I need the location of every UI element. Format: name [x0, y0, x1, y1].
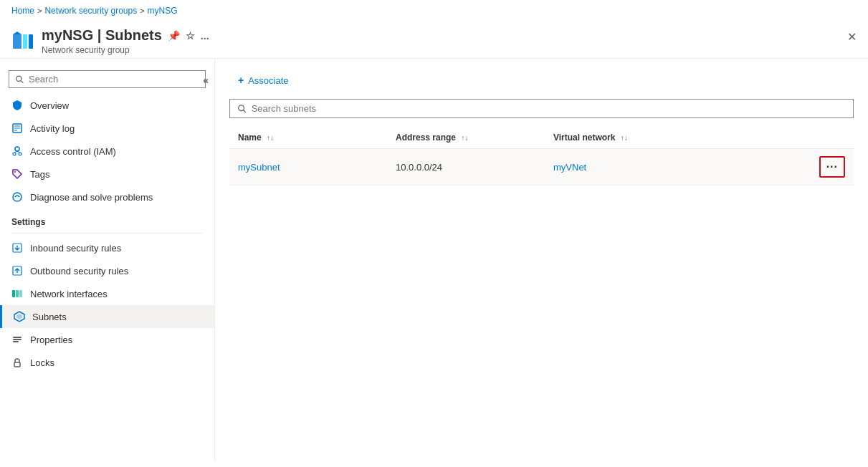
nav-inbound-label: Inbound security rules: [30, 243, 121, 254]
breadcrumb-sep1: >: [37, 6, 42, 15]
col-header-name: Name ↑↓: [229, 127, 387, 149]
svg-point-12: [19, 153, 22, 155]
subnet-actions-cell: ···: [811, 149, 854, 186]
subnets-icon: [14, 311, 25, 322]
svg-line-31: [244, 110, 246, 112]
inbound-icon: [11, 242, 23, 254]
svg-point-11: [13, 153, 16, 155]
subnets-table: Name ↑↓ Address range ↑↓ Virtual network…: [229, 127, 854, 186]
nav-properties-label: Properties: [30, 334, 72, 345]
svg-rect-2: [29, 34, 33, 49]
svg-rect-27: [13, 339, 22, 340]
diagnose-icon: [11, 191, 23, 203]
search-subnets-box[interactable]: [229, 99, 854, 118]
settings-divider: [11, 233, 203, 234]
star-icon[interactable]: ☆: [186, 30, 195, 42]
log-icon: [11, 122, 23, 134]
tag-icon: [11, 168, 23, 180]
svg-point-10: [15, 147, 19, 151]
nav-item-activity-log[interactable]: Activity log: [0, 117, 214, 140]
resource-icon: [11, 30, 34, 53]
svg-rect-0: [13, 34, 22, 49]
subnet-name-link[interactable]: mySubnet: [238, 162, 280, 173]
header-title-block: myNSG | Subnets 📌 ☆ ... Network security…: [42, 27, 857, 55]
lock-icon: [11, 357, 23, 368]
main-layout: « Overview Activity log Access control (…: [0, 59, 868, 461]
nav-interfaces-label: Network interfaces: [30, 289, 108, 299]
nav-iam-label: Access control (IAM): [30, 146, 116, 157]
search-subnets-input[interactable]: [252, 103, 846, 114]
nav-subnets-label: Subnets: [32, 312, 67, 322]
plus-icon: +: [238, 74, 244, 86]
nav-locks-label: Locks: [30, 357, 54, 368]
nav-item-locks[interactable]: Locks: [0, 351, 214, 374]
nav-item-diagnose[interactable]: Diagnose and solve problems: [0, 186, 214, 208]
nav-item-interfaces[interactable]: Network interfaces: [0, 282, 214, 305]
breadcrumb-nsg[interactable]: Network security groups: [44, 6, 137, 16]
associate-label: Associate: [248, 75, 288, 86]
nav-item-outbound[interactable]: Outbound security rules: [0, 259, 214, 282]
sidebar: « Overview Activity log Access control (…: [0, 59, 215, 461]
settings-heading: Settings: [0, 208, 214, 230]
search-subnets-icon: [237, 104, 247, 114]
pin-icon[interactable]: 📌: [168, 30, 180, 42]
nav-item-overview[interactable]: Overview: [0, 94, 214, 117]
svg-rect-22: [16, 290, 19, 297]
col-header-address: Address range ↑↓: [387, 127, 545, 149]
search-box[interactable]: [9, 70, 206, 88]
row-more-button[interactable]: ···: [819, 156, 845, 178]
collapse-button[interactable]: «: [203, 74, 209, 86]
nav-item-inbound[interactable]: Inbound security rules: [0, 236, 214, 259]
svg-rect-28: [13, 341, 19, 342]
nav-item-access-control[interactable]: Access control (IAM): [0, 140, 214, 163]
subnet-vnet-cell: myVNet: [545, 149, 811, 186]
svg-line-14: [17, 151, 20, 153]
search-input[interactable]: [29, 74, 199, 85]
page-title: myNSG | Subnets 📌 ☆ ...: [42, 27, 857, 44]
table-header-row: Name ↑↓ Address range ↑↓ Virtual network…: [229, 127, 854, 149]
sort-address-icon[interactable]: ↑↓: [461, 134, 468, 142]
svg-line-13: [14, 151, 17, 153]
nav-diagnose-label: Diagnose and solve problems: [30, 192, 153, 203]
table-row: mySubnet 10.0.0.0/24 myVNet ···: [229, 149, 854, 186]
shield-icon: [11, 100, 23, 111]
svg-point-30: [239, 105, 244, 110]
nav-tags-label: Tags: [30, 169, 49, 180]
interfaces-icon: [11, 288, 23, 299]
nav-item-subnets[interactable]: Subnets: [0, 305, 214, 328]
nav-item-properties[interactable]: Properties: [0, 328, 214, 351]
svg-point-16: [13, 193, 22, 201]
breadcrumb-sep2: >: [140, 6, 144, 15]
title-text: myNSG | Subnets: [42, 27, 162, 44]
svg-rect-29: [14, 362, 20, 367]
iam-icon: [11, 145, 23, 157]
nav-outbound-label: Outbound security rules: [30, 266, 128, 276]
svg-marker-25: [16, 314, 22, 319]
svg-rect-1: [23, 34, 27, 49]
subnet-vnet-link[interactable]: myVNet: [553, 162, 586, 173]
content-area: + Associate Name ↑↓ Address range: [215, 59, 868, 461]
outbound-icon: [11, 265, 23, 276]
svg-rect-26: [13, 337, 22, 338]
sort-name-icon[interactable]: ↑↓: [267, 134, 274, 142]
resource-type: Network security group: [42, 45, 857, 55]
subnet-address-cell: 10.0.0.0/24: [387, 149, 545, 186]
close-button[interactable]: ✕: [847, 30, 857, 44]
search-icon: [15, 74, 24, 85]
nav-overview-label: Overview: [30, 100, 69, 111]
svg-rect-21: [12, 290, 15, 297]
page-header: myNSG | Subnets 📌 ☆ ... Network security…: [0, 21, 868, 59]
more-icon[interactable]: ...: [201, 30, 209, 42]
nav-item-tags[interactable]: Tags: [0, 163, 214, 186]
sort-vnet-icon[interactable]: ↑↓: [621, 134, 628, 142]
breadcrumb-home[interactable]: Home: [11, 6, 34, 16]
svg-rect-23: [19, 290, 22, 297]
breadcrumb-current[interactable]: myNSG: [148, 6, 178, 16]
associate-button[interactable]: + Associate: [229, 70, 854, 90]
col-header-actions: [811, 127, 854, 149]
properties-icon: [11, 334, 23, 345]
svg-point-4: [16, 76, 22, 81]
svg-point-15: [14, 171, 16, 173]
subnet-name-cell: mySubnet: [229, 149, 387, 186]
nav-activity-label: Activity log: [30, 123, 75, 134]
